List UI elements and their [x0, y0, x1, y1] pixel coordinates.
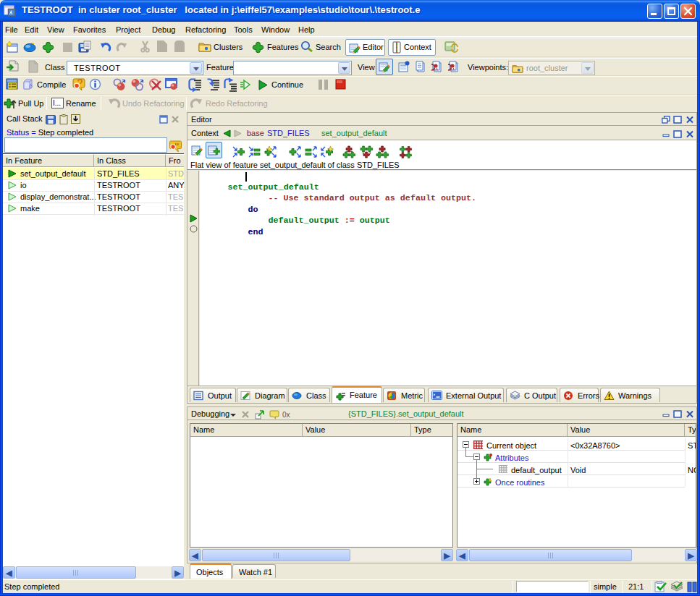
svg-text:I...: I...: [53, 99, 61, 107]
